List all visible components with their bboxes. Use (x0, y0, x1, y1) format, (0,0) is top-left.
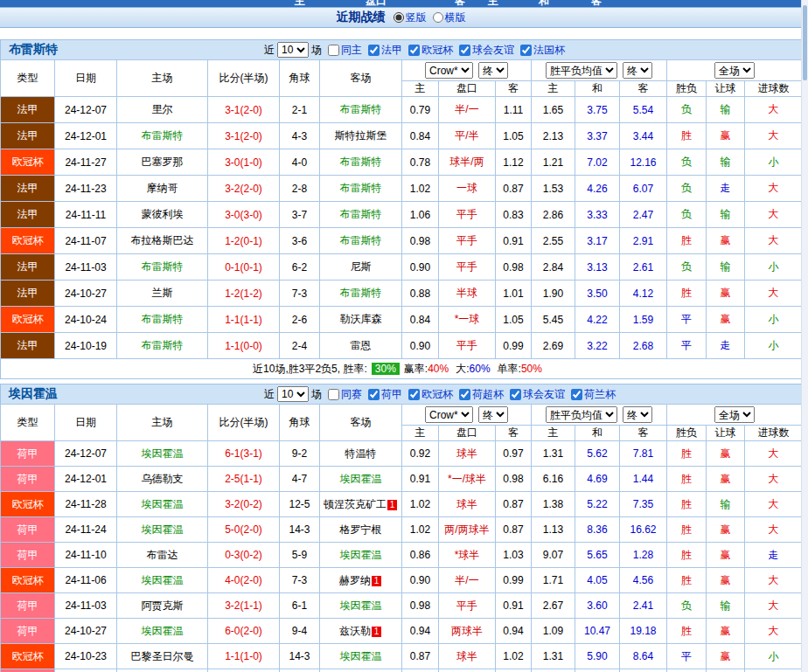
home-team-link[interactable]: 兰斯 (152, 287, 173, 299)
home-team-link[interactable]: 布雷斯特 (142, 339, 184, 351)
home-team-link[interactable]: 埃因霍温 (142, 498, 184, 510)
away-team-link[interactable]: 布雷斯特 (340, 182, 382, 194)
scrollbar-thumb[interactable] (803, 5, 807, 80)
match-score[interactable]: 2-5(1-1) (208, 467, 280, 492)
checkbox-荷兰杯[interactable] (571, 389, 582, 400)
europe-time-select[interactable]: 终 (623, 406, 652, 423)
view-option-label[interactable]: 竖版 (406, 10, 427, 25)
away-team-link[interactable]: 埃因霍温 (340, 473, 382, 485)
odds-time-select[interactable]: 终 (478, 62, 508, 79)
match-score[interactable]: 6-1(3-1) (208, 441, 280, 467)
home-team-link[interactable]: 巴黎圣日尔曼 (131, 650, 194, 662)
match-score[interactable]: 3-1(2-0) (208, 97, 280, 123)
europe-time-select[interactable]: 终 (623, 62, 652, 79)
filter-荷甲[interactable]: 荷甲 (368, 387, 402, 402)
away-team-link[interactable]: 兹沃勒 (339, 625, 371, 637)
home-team-link[interactable]: 蒙彼利埃 (142, 208, 184, 220)
filter-荷兰杯[interactable]: 荷兰杯 (571, 387, 616, 402)
match-score[interactable]: 5-0(2-0) (208, 517, 280, 543)
filter-欧冠杯[interactable]: 欧冠杯 (408, 43, 453, 58)
away-team-link[interactable]: 埃因霍温 (340, 599, 382, 612)
home-team-link[interactable]: 埃因霍温 (142, 574, 184, 586)
home-team-link[interactable]: 布雷斯特 (142, 260, 184, 273)
match-score[interactable]: 3-2(2-0) (208, 176, 280, 202)
filter-欧冠杯[interactable]: 欧冠杯 (408, 387, 453, 402)
filter-法甲[interactable]: 法甲 (368, 43, 402, 58)
match-score[interactable]: 1-2(0-1) (208, 228, 280, 254)
recent-count-select[interactable]: 10 (277, 42, 309, 58)
home-team-link[interactable]: 埃因霍温 (142, 447, 184, 460)
checkbox-球会友谊[interactable] (510, 389, 521, 400)
checkbox-同主[interactable] (328, 45, 339, 56)
match-score[interactable]: 1-2(0-2) (208, 669, 280, 672)
match-score[interactable]: 3-2(0-2) (208, 492, 280, 517)
europe-source-select[interactable]: 胜平负均值 (546, 406, 617, 423)
checkbox-球会友谊[interactable] (459, 45, 470, 56)
away-team-link[interactable]: 埃因霍温 (340, 549, 382, 561)
away-team-link[interactable]: 勒沃库森 (340, 313, 382, 325)
team-name[interactable]: 布雷斯特 (1, 42, 264, 58)
filter-球会友谊[interactable]: 球会友谊 (510, 387, 565, 402)
checkbox-法甲[interactable] (368, 45, 380, 56)
away-team-link[interactable]: 布雷斯特 (340, 156, 382, 168)
away-team-link[interactable]: 布雷斯特 (340, 234, 382, 246)
checkbox-荷甲[interactable] (368, 389, 380, 400)
away-team-link[interactable]: 布雷斯特 (340, 103, 382, 115)
home-team-link[interactable]: 布雷达 (147, 549, 178, 561)
home-team-link[interactable]: 布雷斯特 (142, 313, 184, 325)
match-score[interactable]: 0-1(0-1) (208, 254, 280, 281)
view-radio-横版[interactable] (433, 12, 443, 23)
checkbox-法国杯[interactable] (520, 45, 532, 56)
match-score[interactable]: 1-2(1-2) (208, 281, 280, 307)
home-team-link[interactable]: 埃因霍温 (142, 625, 184, 637)
filter-同主[interactable]: 同主 (328, 43, 362, 58)
match-score[interactable]: 3-0(1-0) (208, 149, 280, 176)
away-team-link[interactable]: 特温特 (345, 447, 377, 460)
checkbox-荷超杯[interactable] (459, 389, 470, 400)
away-team-link[interactable]: 尼斯 (351, 260, 372, 273)
match-score[interactable]: 6-0(2-0) (208, 619, 280, 644)
checkbox-欧冠杯[interactable] (408, 45, 420, 56)
odds-time-select[interactable]: 终 (478, 406, 508, 423)
match-score[interactable]: 4-0(2-0) (208, 568, 280, 593)
filter-球会友谊[interactable]: 球会友谊 (459, 43, 514, 58)
filter-法国杯[interactable]: 法国杯 (520, 43, 565, 58)
home-team-link[interactable]: 布拉格斯巴达 (131, 234, 194, 246)
checkbox-欧冠杯[interactable] (408, 389, 420, 400)
home-team-link[interactable]: 埃因霍温 (142, 523, 184, 536)
odds-source-select[interactable]: Crow* (425, 406, 473, 423)
team-name[interactable]: 埃因霍温 (1, 386, 264, 402)
away-team-link[interactable]: 埃因霍温 (340, 650, 382, 662)
vertical-scrollbar[interactable] (801, 0, 808, 672)
odds-source-select[interactable]: Crow* (425, 62, 473, 79)
home-team-link[interactable]: 阿贾克斯 (142, 599, 184, 612)
match-score[interactable]: 3-0(3-0) (208, 202, 280, 228)
view-option-label[interactable]: 横版 (445, 10, 466, 25)
home-team-link[interactable]: 乌德勒支 (142, 473, 184, 485)
recent-count-select[interactable]: 10 (277, 386, 309, 402)
match-score[interactable]: 1-1(0-0) (208, 333, 280, 359)
match-score[interactable]: 1-1(1-0) (208, 644, 280, 669)
match-score[interactable]: 3-2(1-1) (208, 593, 280, 619)
home-team-link[interactable]: 布雷斯特 (142, 129, 184, 142)
away-team-link[interactable]: 布雷斯特 (340, 287, 382, 299)
home-team-link[interactable]: 巴塞罗那 (142, 156, 184, 168)
home-team-link[interactable]: 里尔 (152, 103, 173, 115)
view-radio-竖版[interactable] (394, 12, 404, 23)
checkbox-同赛[interactable] (328, 389, 339, 400)
away-team-link[interactable]: 斯特拉斯堡 (335, 129, 387, 142)
match-score[interactable]: 3-1(2-0) (208, 123, 280, 149)
away-team-link[interactable]: 格罗宁根 (340, 523, 382, 536)
away-team-link[interactable]: 布雷斯特 (340, 208, 382, 220)
filter-同赛[interactable]: 同赛 (328, 387, 362, 402)
away-team-link[interactable]: 赫罗纳 (339, 574, 371, 586)
scope-select[interactable]: 全场 (714, 62, 755, 79)
away-team-link[interactable]: 顿涅茨克矿工 (324, 498, 387, 510)
match-score[interactable]: 0-3(0-2) (208, 543, 280, 568)
away-team-link[interactable]: 雷恩 (351, 339, 372, 351)
europe-source-select[interactable]: 胜平负均值 (546, 62, 617, 79)
filter-荷超杯[interactable]: 荷超杯 (459, 387, 504, 402)
home-team-link[interactable]: 摩纳哥 (147, 182, 178, 194)
scope-select[interactable]: 全场 (714, 406, 755, 423)
match-score[interactable]: 1-1(1-1) (208, 307, 280, 333)
